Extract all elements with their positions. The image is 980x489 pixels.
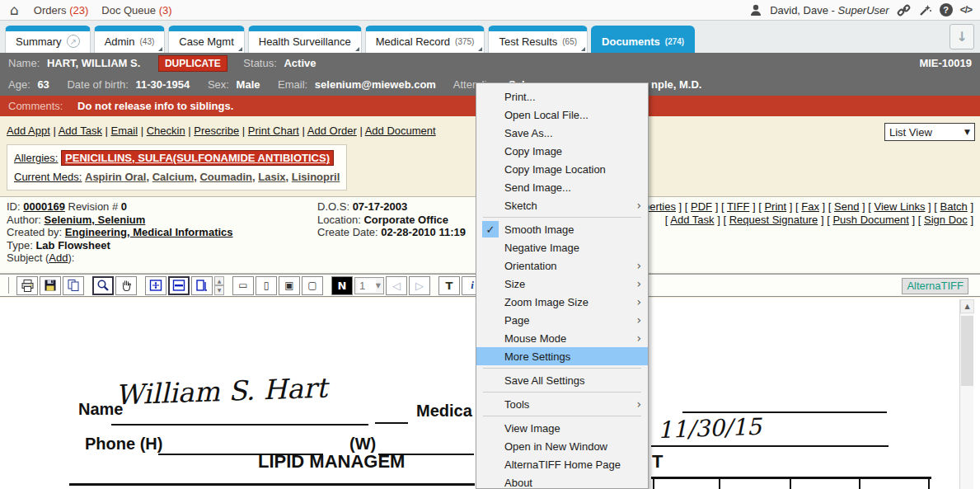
- email-link[interactable]: Email: [111, 125, 138, 137]
- med-link[interactable]: Aspirin Oral: [85, 171, 146, 183]
- created-by-link[interactable]: Engineering, Medical Informatics: [65, 226, 233, 238]
- menu-item-open-in-new-window[interactable]: Open in New Window: [476, 437, 648, 455]
- menu-item-print[interactable]: Print...: [476, 87, 648, 106]
- menu-item-copy-image-location[interactable]: Copy Image Location: [476, 160, 648, 178]
- magic-wand-icon[interactable]: [918, 3, 932, 17]
- add-document-link[interactable]: Add Document: [365, 125, 436, 137]
- batch-link[interactable]: Batch: [940, 200, 968, 213]
- allergy-list[interactable]: PENICILLINS, SULFA(SULFONAMIDE ANTIBIOTI…: [61, 150, 334, 166]
- menu-item-negative-image[interactable]: Negative Image: [476, 238, 648, 256]
- vertical-scrollbar[interactable]: ▲: [959, 299, 973, 489]
- scroll-up-icon[interactable]: ▲: [960, 299, 974, 313]
- popout-icon[interactable]: ↗: [67, 35, 80, 48]
- spin-down-icon[interactable]: ▼: [214, 285, 224, 295]
- view-links-link[interactable]: View Links: [874, 200, 926, 213]
- doc-id-link[interactable]: 0000169: [23, 200, 65, 213]
- author-link[interactable]: Selenium, Selenium: [45, 214, 146, 226]
- page-spinner[interactable]: ▲▼: [214, 276, 224, 295]
- orders-link[interactable]: Orders (23): [34, 4, 88, 16]
- tab-summary[interactable]: Summary↗: [5, 26, 91, 53]
- tab-admin[interactable]: Admin(43): [94, 26, 166, 53]
- doc-queue-link[interactable]: Doc Queue (3): [101, 4, 171, 16]
- med-link[interactable]: Lisinopril: [292, 171, 340, 183]
- menu-item-about[interactable]: About: [476, 473, 648, 489]
- subject-add-link[interactable]: Add: [49, 252, 68, 264]
- save-icon[interactable]: [40, 276, 61, 295]
- menu-item-open-local-file[interactable]: Open Local File...: [476, 106, 648, 124]
- fit-height-icon[interactable]: [191, 276, 213, 295]
- home-icon[interactable]: ⌂: [10, 3, 19, 17]
- page-portrait-icon[interactable]: ▯: [256, 276, 277, 295]
- add-task-doc-link[interactable]: Add Task: [670, 214, 714, 226]
- menu-item-page[interactable]: Page›: [476, 311, 648, 329]
- toolbar-gripper[interactable]: [7, 277, 9, 294]
- link-icon[interactable]: [897, 3, 911, 17]
- menu-item-mouse-mode[interactable]: Mouse Mode›: [476, 329, 648, 347]
- sign-doc-link[interactable]: Sign Doc: [924, 214, 968, 226]
- push-document-link[interactable]: Push Document: [832, 214, 909, 226]
- menu-item-tools[interactable]: Tools›: [476, 395, 648, 413]
- user-name: David, Dave -: [770, 4, 837, 16]
- prescribe-link[interactable]: Prescribe: [194, 125, 239, 137]
- printer-icon[interactable]: [16, 276, 38, 295]
- menu-item-sketch[interactable]: Sketch›: [476, 196, 648, 214]
- prev-page-icon[interactable]: ◁: [386, 276, 407, 295]
- copy-icon[interactable]: [63, 276, 84, 295]
- checkin-link[interactable]: Checkin: [147, 125, 185, 137]
- print-link[interactable]: Print: [764, 200, 786, 213]
- pdf-link[interactable]: PDF: [691, 200, 712, 213]
- spin-up-icon[interactable]: ▲: [214, 276, 224, 286]
- add-task-link[interactable]: Add Task: [59, 125, 102, 137]
- alternatiff-brand-button[interactable]: AlternaTIFF: [902, 278, 968, 294]
- page-multi-icon[interactable]: ▣: [279, 276, 300, 295]
- code-icon[interactable]: </>: [960, 4, 972, 16]
- fit-width-icon[interactable]: [168, 276, 190, 295]
- bracket: [: [918, 214, 924, 226]
- page-blank-icon[interactable]: ▢: [302, 276, 323, 295]
- scrollbar-thumb[interactable]: [961, 316, 973, 386]
- menu-item-zoom-image-size[interactable]: Zoom Image Size›: [476, 293, 648, 311]
- med-link[interactable]: Calcium: [152, 171, 195, 183]
- current-meds-link[interactable]: Current Meds:: [14, 171, 82, 183]
- menu-item-alternatiff-home-page[interactable]: AlternaTIFF Home Page: [476, 455, 648, 473]
- tab-documents[interactable]: Documents(274): [591, 26, 695, 53]
- help-icon[interactable]: ?: [940, 3, 953, 16]
- zoom-icon[interactable]: [92, 276, 114, 295]
- menu-item-send-image[interactable]: Send Image...: [476, 178, 648, 196]
- tab-health-surveillance[interactable]: Health Surveillance: [248, 26, 362, 53]
- next-page-icon[interactable]: ▷: [409, 276, 430, 295]
- tab-overflow-button[interactable]: ↓: [950, 24, 974, 49]
- allergies-link[interactable]: Allergies:: [14, 152, 58, 164]
- menu-item-copy-image[interactable]: Copy Image: [476, 142, 648, 160]
- negative-icon[interactable]: N: [331, 276, 353, 295]
- text-annotation-icon[interactable]: T: [438, 276, 460, 295]
- menu-item-save-all-settings[interactable]: Save All Settings: [476, 371, 648, 389]
- view-mode-select[interactable]: List View ▼: [884, 123, 975, 141]
- menu-item-orientation[interactable]: Orientation›: [476, 256, 648, 275]
- med-link[interactable]: Coumadin: [199, 171, 252, 183]
- tab-medical-record[interactable]: Medical Record(375): [365, 26, 485, 53]
- add-appt-link[interactable]: Add Appt: [7, 125, 50, 137]
- fit-window-icon[interactable]: [145, 276, 166, 295]
- menu-item-smooth-image[interactable]: ✓Smooth Image: [476, 220, 648, 238]
- menu-item-size[interactable]: Size›: [476, 275, 648, 293]
- tab-case-mgmt[interactable]: Case Mgmt: [168, 26, 244, 53]
- page-number-select[interactable]: 1▼: [354, 277, 384, 294]
- send-link[interactable]: Send: [834, 200, 859, 213]
- print-chart-link[interactable]: Print Chart: [248, 125, 299, 137]
- pan-hand-icon[interactable]: [115, 276, 137, 295]
- tab-label: Medical Record: [376, 35, 450, 48]
- request-signature-link[interactable]: Request Signature: [729, 214, 818, 226]
- rotate-page-icon[interactable]: ▭: [232, 276, 254, 295]
- fax-link[interactable]: Fax: [801, 200, 819, 213]
- menu-item-save-as[interactable]: Save As...: [476, 124, 648, 142]
- med-link[interactable]: Lasix: [258, 171, 285, 183]
- duplicate-badge[interactable]: DUPLICATE: [158, 55, 227, 72]
- menu-item-more-settings[interactable]: More Settings: [476, 347, 648, 365]
- tiff-link[interactable]: TIFF: [727, 200, 749, 213]
- menu-item-label: Negative Image: [504, 242, 641, 254]
- add-order-link[interactable]: Add Order: [307, 125, 357, 137]
- menu-item-view-image[interactable]: View Image: [476, 419, 648, 437]
- tab-test-results[interactable]: Test Results(65): [488, 26, 588, 53]
- current-user[interactable]: David, Dave - SuperUser: [770, 4, 889, 16]
